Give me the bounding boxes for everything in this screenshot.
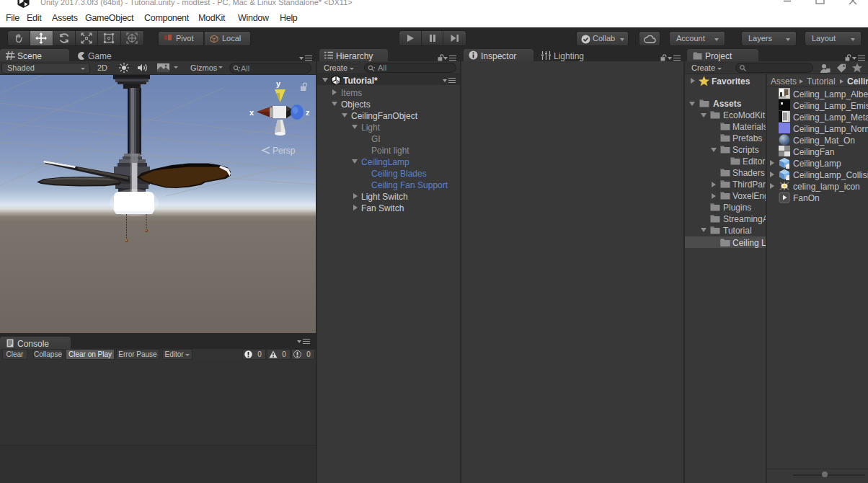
svg-text:x: x xyxy=(249,108,254,117)
svg-text:z: z xyxy=(306,108,310,117)
svg-text:Persp: Persp xyxy=(273,146,296,156)
svg-text:y: y xyxy=(276,79,281,88)
